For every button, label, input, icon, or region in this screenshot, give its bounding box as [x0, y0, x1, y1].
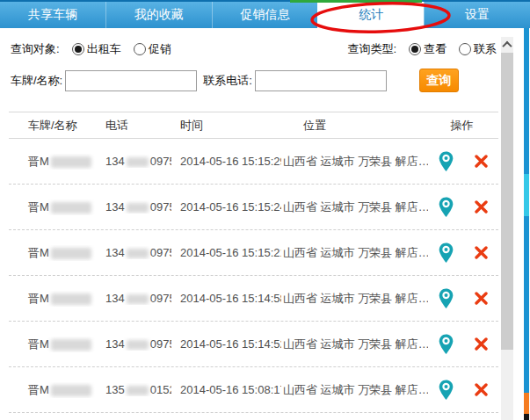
table-row: 晋M 1340975 2014-05-16 15:15:29 山西省 运城市 万… — [9, 139, 498, 185]
search-button[interactable]: 查询 — [419, 69, 459, 92]
location-cell: 山西省 运城市 万荣县 解店… — [281, 199, 428, 215]
plate-text: 晋M — [28, 337, 49, 351]
location-cell: 山西省 运城市 万荣县 解店… — [281, 245, 428, 261]
query-object-group: 查询对象: 出租车 促销 — [11, 41, 171, 57]
time-cell: 2014-05-16 15:08:17 — [171, 383, 281, 396]
radio-contact-label: 联系 — [474, 41, 497, 57]
delete-icon[interactable] — [475, 337, 488, 351]
header-location: 位置 — [281, 118, 425, 134]
plate-text: 晋M — [28, 383, 49, 396]
radio-view-icon[interactable] — [409, 43, 421, 55]
map-pin-icon[interactable] — [439, 243, 454, 264]
phone-prefix: 134 — [105, 292, 125, 305]
plate-name-input[interactable] — [65, 70, 197, 91]
map-pin-icon[interactable] — [439, 334, 454, 355]
phone-suffix: 0975 — [150, 337, 171, 351]
time-cell: 2014-05-16 15:15:29 — [171, 155, 281, 168]
phone-cell: 1340975 — [97, 155, 171, 168]
plate-text: 晋M — [28, 246, 49, 259]
radio-promotion-icon[interactable] — [134, 43, 146, 55]
phone-suffix: 0975 — [150, 246, 171, 259]
table-row: 晋M 1340975 2014-05-16 15:14:52 山西省 运城市 万… — [9, 322, 498, 367]
tab-statistics[interactable]: 统计 — [317, 2, 424, 28]
query-form-row1: 查询对象: 出租车 促销 查询类型: 查看 联系 — [11, 41, 497, 57]
tab-settings[interactable]: 设置 — [424, 2, 530, 28]
table-row: 晋M 1340975 2014-05-16 15:15:24 山西省 运城市 万… — [9, 185, 498, 230]
tab-promotions[interactable]: 促销信息 — [212, 2, 318, 28]
header-plate: 车牌/名称 — [9, 118, 97, 134]
radio-option-view[interactable]: 查看 — [409, 41, 447, 57]
window-edge — [524, 414, 529, 420]
plate-cell: 晋M — [9, 382, 97, 398]
redacted-plate — [51, 202, 91, 214]
phone-cell: 1340975 — [97, 246, 171, 259]
results-table: 车牌/名称 电话 时间 位置 操作 晋M 1340975 2014-05-16 … — [9, 112, 498, 413]
plate-cell: 晋M — [9, 245, 97, 261]
radio-contact-icon[interactable] — [459, 43, 471, 55]
plate-text: 晋M — [28, 292, 49, 305]
plate-cell: 晋M — [9, 337, 97, 352]
tab-my-favorites[interactable]: 我的收藏 — [105, 2, 212, 28]
table-header: 车牌/名称 电话 时间 位置 操作 — [9, 112, 498, 139]
table-row: 晋M 1340975 2014-05-16 15:15:21 山西省 运城市 万… — [9, 230, 498, 276]
phone-cell: 1340975 — [97, 200, 171, 214]
location-cell: 山西省 运城市 万荣县 解店… — [281, 154, 428, 170]
redacted-phone — [127, 157, 149, 167]
plate-cell: 晋M — [9, 291, 97, 307]
window-edge — [524, 28, 529, 174]
radio-promotion-label: 促销 — [149, 41, 171, 57]
phone-prefix: 134 — [105, 246, 125, 259]
query-type-label: 查询类型: — [347, 41, 396, 57]
time-cell: 2014-05-16 15:14:58 — [171, 292, 281, 305]
radio-option-taxi[interactable]: 出租车 — [72, 41, 121, 57]
tab-shared-vehicles[interactable]: 共享车辆 — [0, 2, 105, 28]
location-cell: 山西省 运城市 万荣县 解店… — [281, 382, 428, 398]
delete-icon[interactable] — [475, 246, 488, 259]
contact-phone-input[interactable] — [255, 70, 387, 91]
window-edge — [524, 216, 529, 393]
window-edge — [524, 393, 529, 414]
phone-cell: 1340975 — [97, 337, 171, 351]
plate-text: 晋M — [28, 155, 49, 168]
radio-taxi-icon[interactable] — [72, 43, 84, 55]
header-time: 时间 — [171, 118, 281, 134]
radio-option-promotion[interactable]: 促销 — [134, 41, 171, 57]
plate-text: 晋M — [28, 200, 49, 214]
plate-cell: 晋M — [9, 199, 97, 215]
redacted-plate — [51, 339, 91, 351]
delete-icon[interactable] — [475, 292, 488, 305]
header-actions: 操作 — [425, 118, 498, 134]
table-row: 晋M 1350152 2014-05-16 15:08:17 山西省 运城市 万… — [9, 367, 498, 413]
vertical-scrollbar[interactable] — [501, 37, 513, 420]
redacted-plate — [51, 293, 91, 305]
map-pin-icon[interactable] — [439, 197, 454, 218]
time-cell: 2014-05-16 15:14:52 — [171, 337, 281, 351]
header-phone: 电话 — [97, 118, 171, 134]
map-pin-icon[interactable] — [439, 380, 454, 401]
redacted-phone — [127, 340, 149, 350]
phone-suffix: 0975 — [150, 292, 171, 305]
redacted-phone — [127, 203, 149, 213]
query-type-group: 查询类型: 查看 联系 — [347, 41, 497, 57]
map-pin-icon[interactable] — [439, 151, 454, 172]
scroll-up-button[interactable] — [501, 37, 513, 53]
location-cell: 山西省 运城市 万荣县 解店… — [281, 291, 428, 307]
time-cell: 2014-05-16 15:15:24 — [171, 200, 281, 214]
phone-suffix: 0975 — [150, 200, 171, 214]
delete-icon[interactable] — [475, 383, 488, 396]
phone-prefix: 134 — [105, 200, 125, 214]
radio-option-contact[interactable]: 联系 — [459, 41, 497, 57]
table-row: 晋M 1340975 2014-05-16 15:14:58 山西省 运城市 万… — [9, 276, 498, 322]
phone-suffix: 0152 — [150, 383, 171, 396]
radio-taxi-label: 出租车 — [87, 41, 121, 57]
scrollbar-thumb[interactable] — [501, 53, 513, 350]
plate-name-label: 车牌/名称: — [11, 73, 62, 89]
delete-icon[interactable] — [475, 155, 488, 168]
location-cell: 山西省 运城市 万荣县 解店… — [281, 337, 428, 352]
map-pin-icon[interactable] — [439, 288, 454, 309]
tab-bar: 共享车辆 我的收藏 促销信息 统计 设置 — [0, 0, 530, 28]
redacted-plate — [51, 248, 91, 259]
delete-icon[interactable] — [475, 200, 488, 214]
redacted-plate — [51, 385, 91, 396]
phone-prefix: 135 — [105, 383, 125, 396]
